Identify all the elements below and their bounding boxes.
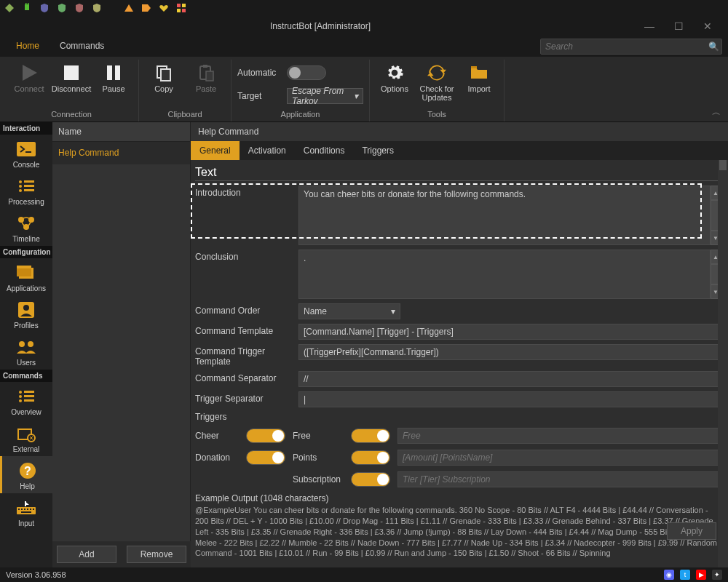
ribbon-group-clipboard: Copy Paste Clipboard [139,60,232,121]
import-button[interactable]: Import [460,63,498,93]
nav-timeline[interactable]: Timeline [0,209,52,246]
subscription-toggle[interactable] [351,472,390,487]
pause-button[interactable]: Pause [95,63,132,93]
apply-button[interactable]: Apply [667,522,716,540]
nav-console[interactable]: Console [0,135,52,172]
svg-point-24 [19,185,22,188]
menu-commands[interactable]: Commands [50,36,114,57]
free-input[interactable] [397,428,721,444]
nav-help[interactable]: ?Help [0,456,52,493]
svg-rect-27 [24,189,34,191]
svg-rect-54 [33,509,34,510]
close-button[interactable]: ✕ [693,19,722,33]
minimize-button[interactable]: — [635,19,664,33]
version-label: Version 3.06.958 [6,570,66,579]
target-combo[interactable]: Escape From Tarkov▾ [287,88,363,104]
example-output: Example Output (1048 characters) @Exampl… [195,493,721,559]
search-icon[interactable]: 🔍 [705,41,721,52]
nav-processing[interactable]: Processing [0,172,52,209]
trigger-separator-input[interactable] [298,391,721,407]
ribbon-group-label: Clipboard [167,108,202,121]
ribbon-group-label: Tools [427,108,446,121]
add-button[interactable]: Add [57,546,116,563]
ribbon-collapse-icon[interactable]: ︿ [712,106,721,119]
paste-button[interactable]: Paste [187,63,225,93]
chevron-down-icon: ▾ [354,91,358,101]
triangle-icon[interactable] [124,3,134,13]
svg-rect-11 [64,65,79,80]
shield2-icon[interactable] [57,3,67,13]
automatic-toggle[interactable] [287,65,326,80]
options-button[interactable]: Options [376,63,414,93]
tag-icon[interactable] [141,3,151,13]
play-icon [19,63,39,83]
free-toggle[interactable] [351,428,390,443]
introduction-label: Introduction [195,186,294,198]
svg-rect-33 [17,266,31,268]
maximize-button[interactable]: ☐ [664,19,693,33]
svg-rect-52 [27,509,28,510]
keyboard-icon [16,498,36,518]
svg-point-26 [19,189,22,192]
nav-profiles[interactable]: Profiles [0,295,52,332]
command-template-label: Command Template [195,324,294,336]
connect-button[interactable]: Connect [10,63,48,93]
shield3-icon[interactable] [74,3,84,13]
command-list-header[interactable]: Name [52,122,190,142]
command-order-select[interactable]: Name▾ [298,303,400,319]
svg-rect-39 [24,391,34,393]
svg-marker-5 [142,4,151,12]
editor-tabs: General Activation Conditions Triggers [191,141,728,160]
tab-triggers[interactable]: Triggers [353,141,403,160]
svg-rect-17 [203,65,207,68]
disconnect-button[interactable]: Disconnect [52,63,90,93]
svg-rect-49 [18,509,20,510]
cheer-label: Cheer [195,431,239,441]
grid-icon[interactable] [176,3,186,13]
nav-overview[interactable]: Overview [0,382,52,419]
plug-icon[interactable] [22,3,32,13]
shield4-icon[interactable] [92,3,102,13]
section-text: Text [195,163,721,181]
search-box[interactable]: 🔍 [540,39,722,55]
search-input[interactable] [541,40,705,53]
refresh-icon [427,63,447,83]
cheer-toggle[interactable] [246,428,285,443]
tab-general[interactable]: General [191,141,240,160]
conclusion-textarea[interactable] [298,250,711,299]
svg-rect-2 [25,3,27,5]
copy-button[interactable]: Copy [145,63,183,93]
editor-scrollbar[interactable] [718,160,728,567]
tab-conditions[interactable]: Conditions [295,141,354,160]
command-template-input[interactable] [298,324,721,340]
points-toggle[interactable] [351,450,390,465]
nav-input[interactable]: Input [0,493,52,530]
points-input[interactable] [397,450,721,466]
donation-toggle[interactable] [246,450,285,465]
subscription-input[interactable] [397,471,721,487]
shield1-icon[interactable] [39,3,50,13]
command-trigger-template-input[interactable] [298,344,721,360]
command-separator-input[interactable] [298,371,721,387]
menu-home[interactable]: Home [6,36,50,57]
nav-users[interactable]: Users [0,332,52,370]
heart-icon[interactable] [159,3,169,13]
discord-icon[interactable]: ◉ [664,570,674,580]
twitter-icon[interactable]: t [680,570,690,580]
misc-status-icon[interactable]: ✦ [712,570,722,580]
points-label: Points [293,453,344,463]
nav-external[interactable]: External [0,419,52,456]
command-row-help[interactable]: Help Command [52,142,190,164]
svg-rect-43 [24,399,34,402]
svg-text:?: ? [24,465,31,477]
nav-applications[interactable]: Applications [0,258,52,295]
youtube-icon[interactable]: ▶ [696,570,706,580]
title-bar: InstructBot [Administrator] — ☐ ✕ [0,16,728,36]
remove-button[interactable]: Remove [127,546,186,563]
introduction-textarea[interactable] [298,186,711,245]
check-updates-button[interactable]: Check for Updates [418,63,456,102]
tab-activation[interactable]: Activation [240,141,295,160]
triggers-header: Triggers [195,412,721,422]
svg-rect-51 [24,509,25,510]
pause-icon [103,63,124,83]
